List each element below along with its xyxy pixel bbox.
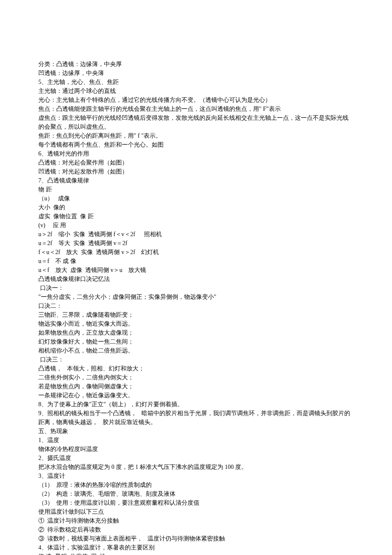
text-line: 构 造 量程 分度值 用 法 (38, 552, 354, 555)
text-line: 1、温度 (38, 436, 354, 445)
document-page: 分类：凸透镜：边缘薄，中央厚凹透镜：边缘厚，中央薄5、主光轴，光心、焦点、焦距主… (0, 0, 392, 555)
text-line: （3） 使用：使用温度计以前，要注意观察量程和认清分度值 (38, 498, 354, 507)
text-line: 口决一： (38, 283, 354, 292)
text-line: （1） 原理：液体的热胀冷缩的性质制成的 (38, 480, 354, 489)
text-line: 主光轴：通过两个球心的直线 (38, 87, 354, 95)
text-line: 凸透镜成像规律口决记忆法 (38, 275, 354, 283)
text-line: 凸透镜， 本领大，照相、幻灯和放大； (38, 364, 354, 373)
text-line: u＝f 不 成 像 (38, 257, 354, 266)
text-line: u＜f 放大 虚像 透镜同侧 v＞u 放大镜 (38, 266, 354, 275)
text-line: 凹透镜：边缘厚，中央薄 (38, 69, 354, 78)
text-line: 光心：主光轴上有个特殊的点，通过它的光线传播方向不变。（透镜中心可认为是光心） (38, 95, 354, 104)
text-line: 五、热现象 (38, 427, 354, 436)
text-line: ① 温度计与待测物体充分接触 (38, 516, 354, 525)
text-line: 虚实 像物位置 像 距 (38, 212, 354, 221)
text-line: 6、透镜对光的作用 (38, 149, 354, 158)
text-line: （2） 构造：玻璃壳、毛细管、玻璃泡、刻度及液体 (38, 489, 354, 498)
text-line: 凸透镜：对光起会聚作用（如图） (38, 158, 354, 167)
text-line: 使用温度计做到以下三点 (38, 507, 354, 516)
text-line: ③ 读数时，视线要与液面上表面相平， 温度计仍与待测物体紧密接触 (38, 534, 354, 543)
text-line: u＞2f 缩小 实像 透镜两侧 f＜v＜2f 照相机 (38, 230, 354, 239)
text-line: 物远实像小而近，物近实像大而远。 (38, 319, 354, 328)
text-line: 如果物放焦点内，正立放大虚像现； (38, 328, 354, 337)
text-line: 口决二： (38, 301, 354, 310)
text-line: 相机缩你小不点，物处二倍焦距远。 (38, 346, 354, 355)
text-line: u＝2f 等大 实像 透镜两侧 v＝2f (38, 239, 354, 248)
text-line: (v) 应 用 (38, 221, 354, 230)
text-line: "一焦分虚实，二焦分大小；虚像同侧正；实像异侧倒，物远像变小" (38, 292, 354, 301)
text-line: 大小 像的 (38, 203, 354, 212)
text-line: 每个透镜都有两个焦点、焦距和一个光心。如图 (38, 140, 354, 149)
text-line: （u） 成像 (38, 194, 354, 203)
text-line: 把冰水混合物的温度规定为 0 度，把 1 标准大气压下沸水的温度规定为 100 … (38, 462, 354, 471)
text-line: 物体的冷热程度叫温度 (38, 445, 354, 454)
text-line: ② 待示数稳定后再读数 (38, 525, 354, 534)
text-line: 一条规律记在心，物近像远像变大。 (38, 391, 354, 400)
text-line: 凹透镜：对光起发散作用（如图） (38, 167, 354, 176)
text-line: 口决三： (38, 355, 354, 364)
text-line: 物 距 (38, 185, 354, 194)
text-line: 虚焦点：跟主光轴平行的光线经凹透镜后变得发散，发散光线的反向延长线相交在主光轴上… (38, 113, 354, 131)
text-line: 3、温度计 (38, 471, 354, 480)
text-line: 若是物放焦点内，像物同侧虚像大； (38, 382, 354, 391)
document-body: 分类：凸透镜：边缘薄，中央厚凹透镜：边缘厚，中央薄5、主光轴，光心、焦点、焦距主… (38, 60, 354, 555)
text-line: 焦距：焦点到光心的距离叫焦距，用" f "表示。 (38, 131, 354, 140)
text-line: 幻灯放像像好大，物处一焦二焦间； (38, 337, 354, 346)
text-line: 2、摄氏温度 (38, 454, 354, 462)
text-line: 4、体温计，实验温度计，寒暑表的主要区别 (38, 543, 354, 552)
text-line: 7、凸透镜成像规律 (38, 176, 354, 185)
text-line: 焦点：凸透镜能使跟主轴平行的光线会聚在主光轴上的一点，这点叫透镜的焦点，用" F… (38, 104, 354, 113)
text-line: 三物距、三界限，成像随着物距变； (38, 310, 354, 319)
text-line: 二倍焦外倒实小，二倍焦内倒实大； (38, 373, 354, 382)
text-line: 8、为了使幕上的像"正立"（朝上），幻灯片要倒着插。 (38, 400, 354, 409)
text-line: 分类：凸透镜：边缘薄，中央厚 (38, 60, 354, 69)
text-line: f＜u＜2f 放大 实像 透镜两侧 v＞2f 幻灯机 (38, 248, 354, 257)
text-line: 9、照相机的镜头相当于一个凸透镜， 暗箱中的胶片相当于光屏，我们调节调焦环，并非… (38, 409, 354, 427)
text-line: 5、主光轴，光心、焦点、焦距 (38, 78, 354, 87)
